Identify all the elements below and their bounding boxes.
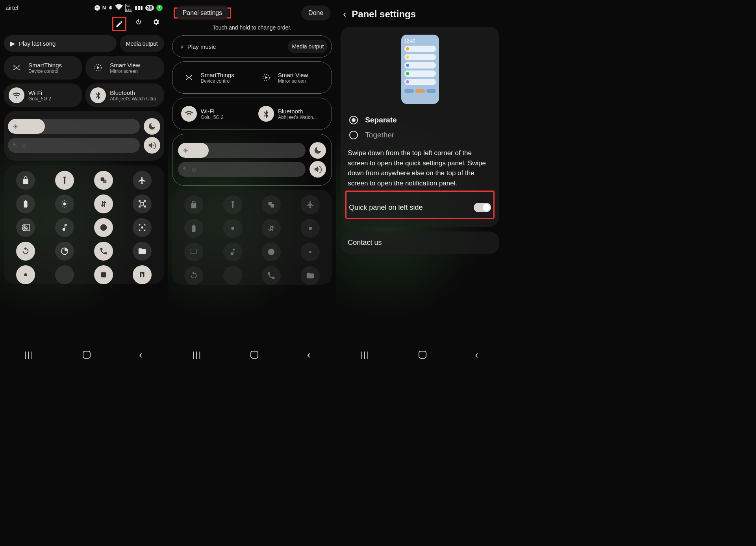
svg-rect-11 [102,227,105,228]
power-icon[interactable] [133,17,144,27]
datasaver-toggle[interactable] [223,266,242,285]
bluetooth-tile[interactable]: BluetoothAbhijeet's Watch Ultra [85,83,164,107]
multiwindow-toggle[interactable] [94,171,113,190]
flashlight-toggle[interactable] [55,171,74,190]
back-button[interactable]: ‹ [307,349,312,361]
dnd-toggle[interactable] [262,242,281,261]
datasaver-toggle[interactable] [55,242,74,261]
location-toggle[interactable] [16,265,35,284]
option-together[interactable]: Together [348,128,492,143]
sync-toggle[interactable] [184,266,203,285]
wifi-icon [181,106,197,122]
data-toggle[interactable] [94,194,113,213]
lock-toggle[interactable] [184,195,203,214]
qr-toggle[interactable] [301,219,320,238]
auto-brightness-toggle[interactable] [223,219,242,238]
battery-toggle[interactable] [184,219,203,238]
bluetooth-status-icon: ✱ [108,5,113,11]
qr-toggle[interactable] [133,194,152,213]
dark-mode-button[interactable] [144,118,160,135]
sync-toggle[interactable] [16,242,35,261]
brightness-slider-edit[interactable]: ☀ [178,143,306,158]
svg-point-25 [231,227,234,230]
smartthings-tile[interactable]: SmartThingsDevice control [4,56,82,80]
layout-option-card: 12:45 Separate Together Swipe down from … [341,27,499,227]
brightness-slider[interactable]: ☀ [8,119,140,134]
nav-bar: ||| ‹ [168,346,336,364]
extra-toggle-2[interactable] [94,265,113,284]
battery-toggle[interactable] [16,194,35,213]
wifi-tile[interactable]: Wi-FiGolu_5G 2 [4,83,82,107]
multiwindow-toggle[interactable] [262,195,281,214]
svg-rect-27 [191,249,197,254]
smartview-tile-edit[interactable]: Smart ViewMirror screen [254,66,328,89]
smartview-tile[interactable]: Smart ViewMirror screen [85,56,164,80]
dark-mode-button-edit[interactable] [309,142,326,159]
panel-settings-button[interactable]: Panel settings [176,6,230,20]
home-button[interactable] [419,351,426,359]
connectivity-group[interactable]: Wi-FiGolu_5G 2 BluetoothAbhijeet's Watch… [172,98,332,130]
quick-panel-left-highlight: Quick panel on left side [345,191,495,219]
smartthings-tile-edit[interactable]: SmartThingsDevice control [176,66,250,89]
done-button[interactable]: Done [301,6,330,20]
mute-icon [182,165,188,173]
volume-slider-edit[interactable]: ⊖ [178,162,306,177]
back-icon[interactable]: ‹ [343,9,346,20]
bluetooth-tile-edit[interactable]: BluetoothAbhijeet's Watch... [254,102,328,126]
recents-button[interactable]: ||| [360,350,370,359]
airplane-toggle[interactable] [133,171,152,190]
cast-toggle[interactable] [16,218,35,237]
settings-icon[interactable] [151,17,161,27]
home-button[interactable] [250,351,258,359]
recents-button[interactable]: ||| [24,350,34,359]
toggle-switch-on[interactable] [474,203,491,212]
folder-toggle[interactable] [301,266,320,285]
auto-brightness-toggle[interactable] [55,194,74,213]
folder-toggle[interactable] [133,242,152,261]
screen-panel-settings: ‹ Panel settings 12:45 Separate Together… [336,0,504,364]
extra-toggle-1[interactable] [55,265,74,284]
nfc-toggle[interactable] [133,265,152,284]
phone-mockup: 12:45 [401,35,439,104]
quick-toggles-grid-edit[interactable] [172,190,332,285]
home-button[interactable] [83,351,91,359]
nav-bar: ||| ‹ [336,346,504,364]
media-output-button[interactable]: Media output [120,35,164,52]
svg-rect-24 [271,204,274,207]
sound-button-edit[interactable] [309,161,326,178]
svg-point-12 [141,226,144,229]
play-music-tile[interactable]: ♪ Play music [176,40,285,53]
music-toggle[interactable] [223,242,242,261]
wificalling-toggle[interactable] [94,242,113,261]
sound-button[interactable] [144,137,160,154]
lock-toggle[interactable] [16,171,35,190]
quick-panel-left-toggle[interactable]: Quick panel on left side [348,200,492,215]
wifi-icon [9,87,24,103]
cast-toggle[interactable] [184,242,203,261]
wificalling-toggle[interactable] [262,266,281,285]
back-button[interactable]: ‹ [139,349,144,361]
signal-icon: ▮▮▮ [135,5,143,11]
play-last-song-button[interactable]: ▶ Play last song [4,35,117,52]
flashlight-toggle[interactable] [223,195,242,214]
carrier-label: airtel [6,4,19,11]
volume-slider[interactable]: ⊖ [8,138,140,153]
sliders-group[interactable]: ☀ ⊖ [172,134,332,186]
airplane-toggle[interactable] [301,195,320,214]
edit-icon[interactable] [114,19,124,29]
music-toggle[interactable] [55,218,74,237]
device-group[interactable]: SmartThingsDevice control Smart ViewMirr… [172,61,332,94]
media-group[interactable]: ♪ Play music Media output [172,35,332,57]
media-output-tile[interactable]: Media output [288,40,328,53]
screenrecord-toggle[interactable] [133,218,152,237]
option-separate[interactable]: Separate [348,113,492,128]
dnd-toggle[interactable] [94,218,113,237]
screenrecord-toggle[interactable] [301,242,320,261]
contact-us-button[interactable]: Contact us [341,231,499,254]
wifi-tile-edit[interactable]: Wi-FiGolu_5G 2 [176,102,250,126]
recents-button[interactable]: ||| [192,350,202,359]
svg-point-28 [268,249,275,255]
data-toggle[interactable] [262,219,281,238]
smartview-icon [258,70,274,85]
back-button[interactable]: ‹ [475,349,480,361]
